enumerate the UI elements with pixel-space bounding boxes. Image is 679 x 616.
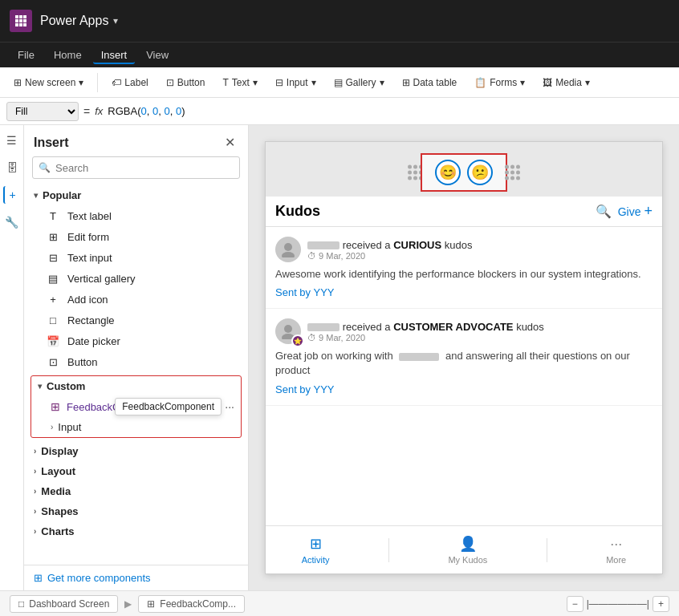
waffle-icon[interactable] [10, 10, 32, 32]
sidebar-menu-icon[interactable]: ☰ [3, 132, 21, 149]
menu-bar: File Home Insert View [0, 42, 679, 67]
new-screen-icon: ⊞ [14, 77, 22, 88]
input-chevron-icon: › [51, 423, 53, 432]
rectangle-icon: □ [47, 314, 59, 326]
dashboard-screen-tab[interactable]: □ Dashboard Screen [10, 595, 118, 613]
status-right: − |——————| + [567, 596, 669, 612]
feedback-component-item[interactable]: ⊞ FeedbackComponent FeedbackComponent ··… [31, 396, 241, 417]
add-icon-icon: + [47, 293, 59, 306]
toolbar: ⊞ New screen ▾ 🏷 Label ⊡ Button T Text ▾… [0, 67, 679, 98]
media-section-header[interactable]: › Media [24, 481, 248, 501]
kudos-search-icon[interactable]: 🔍 [596, 204, 612, 219]
zoom-out-button[interactable]: − [567, 596, 583, 612]
panel-title: Insert [34, 136, 69, 150]
kudos-card-1: received a CURIOUS kudos ⏱ 9 Mar, 2020 A… [266, 227, 662, 309]
menu-view[interactable]: View [138, 46, 177, 64]
sidebar-data-icon[interactable]: 🗄 [3, 159, 21, 176]
button-item[interactable]: ⊡ Button [24, 351, 248, 372]
redacted-name-2 [307, 323, 340, 331]
text-label-item[interactable]: T Text label [24, 205, 248, 226]
new-screen-button[interactable]: ⊞ New screen ▾ [6, 73, 91, 92]
kudos-card-info-2: received a CUSTOMER ADVOCATE kudos ⏱ 9 M… [307, 321, 544, 342]
toolbar-separator [97, 73, 98, 92]
svg-rect-2 [23, 15, 26, 18]
add-icon-item[interactable]: + Add icon [24, 289, 248, 310]
sidebar-settings-icon[interactable]: 🔧 [3, 213, 21, 231]
text-button[interactable]: T Text ▾ [215, 73, 264, 92]
input-section-item[interactable]: › Input [31, 417, 241, 437]
panel-header: Insert ✕ [24, 125, 248, 156]
gallery-icon: ▤ [334, 77, 343, 88]
shapes-chevron-icon: › [34, 507, 36, 516]
received-text-1: received a CURIOUS kudos [307, 239, 473, 251]
vertical-gallery-item[interactable]: ▤ Vertical gallery [24, 268, 248, 289]
more-icon: ··· [610, 536, 622, 553]
give-button[interactable]: Give + [618, 203, 653, 220]
component-icon: ⊞ [147, 598, 155, 610]
label-icon: 🏷 [112, 77, 121, 88]
display-section-header[interactable]: › Display [24, 441, 248, 461]
text-input-item[interactable]: ⊟ Text input [24, 247, 248, 268]
formula-value: RGBA(0, 0, 0, 0) [108, 105, 185, 117]
avatar-1 [275, 237, 301, 262]
feedback-comp-tab[interactable]: ⊞ FeedbackComp... [138, 595, 245, 613]
label-button[interactable]: 🏷 Label [104, 73, 155, 92]
svg-point-10 [282, 252, 295, 257]
custom-section-header[interactable]: ▾ Custom [31, 376, 241, 396]
kudos-type-1: CURIOUS [393, 239, 441, 251]
feedback-more-button[interactable]: ··· [225, 400, 234, 413]
svg-point-9 [284, 243, 292, 251]
text-input-icon: ⊟ [47, 251, 59, 264]
panel-close-button[interactable]: ✕ [222, 133, 238, 152]
nav-separator-2 [547, 538, 547, 562]
svg-rect-7 [19, 23, 22, 26]
zoom-controls: − |——————| + [567, 596, 669, 612]
menu-home[interactable]: Home [46, 46, 90, 64]
popular-section-header[interactable]: ▾ Popular [24, 185, 248, 205]
sidebar-insert-icon[interactable]: + [3, 186, 21, 204]
property-selector[interactable]: Fill [6, 102, 79, 121]
edit-form-item[interactable]: ⊞ Edit form [24, 226, 248, 247]
kudos-time-1: ⏱ 9 Mar, 2020 [307, 251, 473, 261]
svg-point-11 [284, 325, 292, 333]
svg-rect-6 [15, 23, 18, 26]
menu-file[interactable]: File [10, 46, 43, 64]
forms-button[interactable]: 📋 Forms ▾ [467, 73, 532, 92]
button-button[interactable]: ⊡ Button [159, 73, 213, 92]
gallery-button[interactable]: ▤ Gallery ▾ [327, 73, 392, 92]
edit-form-icon: ⊞ [47, 230, 59, 243]
svg-rect-5 [23, 19, 26, 22]
kudos-message-2: Great job on working with and answering … [275, 349, 653, 378]
menu-insert[interactable]: Insert [93, 46, 136, 64]
forms-icon: 📋 [474, 77, 486, 88]
kudos-header: Kudos 🔍 Give + [266, 197, 662, 227]
main-area: ☰ 🗄 + 🔧 Insert ✕ 🔍 ▾ Popular T Text labe… [0, 125, 679, 590]
input-button[interactable]: ⊟ Input ▾ [268, 73, 323, 92]
shapes-section-header[interactable]: › Shapes [24, 501, 248, 521]
layout-section-header[interactable]: › Layout [24, 461, 248, 481]
app-name-chevron[interactable]: ▾ [113, 15, 118, 26]
get-more-components-button[interactable]: ⊞ Get more components [24, 565, 248, 590]
media-button[interactable]: 🖼 Media ▾ [535, 73, 597, 92]
charts-section-header[interactable]: › Charts [24, 521, 248, 541]
redacted-name-1 [307, 241, 340, 249]
date-picker-item[interactable]: 📅 Date picker [24, 330, 248, 351]
nav-my-kudos[interactable]: 👤 My Kudos [435, 532, 500, 568]
rectangle-item[interactable]: □ Rectangle [24, 310, 248, 330]
kudos-card-header-1: received a CURIOUS kudos ⏱ 9 Mar, 2020 [275, 237, 653, 262]
data-table-button[interactable]: ⊞ Data table [395, 73, 465, 92]
clock-icon-1: ⏱ [307, 251, 316, 261]
my-kudos-icon: 👤 [459, 535, 477, 553]
kudos-time-2: ⏱ 9 Mar, 2020 [307, 333, 544, 342]
get-more-icon: ⊞ [34, 572, 43, 584]
nav-more[interactable]: ··· More [593, 533, 639, 568]
search-input[interactable] [32, 156, 240, 179]
app-preview: 😊 😕 Kudos 🔍 Give [265, 141, 663, 574]
sent-by-2: Sent by YYY [275, 383, 653, 395]
zoom-slider: |——————| [587, 598, 649, 610]
search-icon: 🔍 [39, 162, 51, 173]
nav-activity[interactable]: ⊞ Activity [289, 532, 343, 568]
zoom-in-button[interactable]: + [653, 596, 669, 612]
title-bar: Power Apps ▾ [0, 0, 679, 42]
formula-fx-icon: fx [95, 105, 103, 117]
